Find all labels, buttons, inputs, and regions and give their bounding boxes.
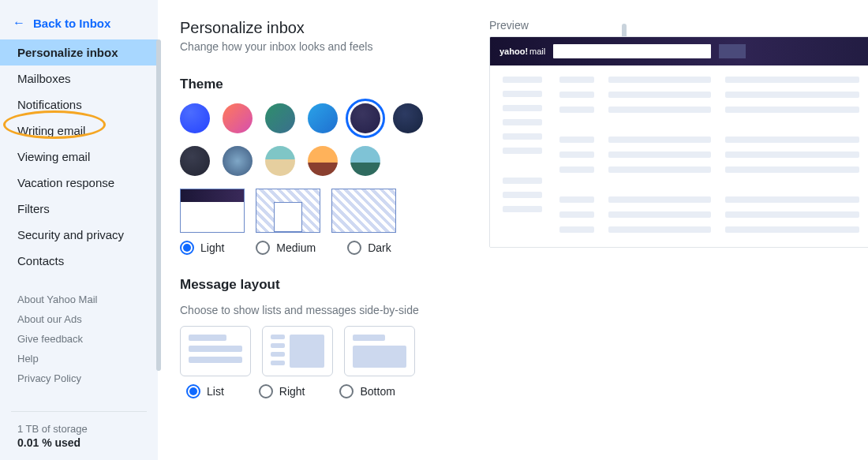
- radio-icon: [186, 384, 200, 398]
- radio-label: Light: [200, 241, 224, 254]
- preview-list-row: [559, 226, 868, 233]
- radio-icon: [259, 384, 273, 398]
- radio-icon: [256, 241, 270, 255]
- footer-link-privacy-policy[interactable]: Privacy Policy: [17, 368, 158, 388]
- sidebar-item-contacts[interactable]: Contacts: [0, 248, 158, 274]
- radio-label: Right: [279, 385, 305, 398]
- settings-column: Personalize inbox Change how your inbox …: [180, 19, 464, 460]
- layout-tile-right[interactable]: [262, 326, 333, 376]
- radio-label: Bottom: [360, 385, 395, 398]
- layout-option-bottom[interactable]: Bottom: [339, 384, 395, 398]
- theme-swatch-beach[interactable]: [265, 146, 295, 176]
- theme-swatch-sky[interactable]: [308, 103, 338, 133]
- preview-column: Preview yahoo!mail: [489, 19, 868, 460]
- footer-link-give-feedback[interactable]: Give feedback: [17, 329, 158, 349]
- radio-label: Medium: [276, 241, 316, 254]
- sidebar-item-personalize-inbox[interactable]: Personalize inbox: [0, 39, 158, 65]
- preview-search-input: [553, 44, 711, 58]
- theme-swatch-sunset[interactable]: [223, 103, 253, 133]
- preview-list-row: [559, 166, 868, 173]
- back-link-label: Back to Inbox: [33, 17, 110, 30]
- theme-swatch-midnight[interactable]: [350, 103, 380, 133]
- theme-swatch-blue[interactable]: [180, 103, 210, 133]
- preview-list-row: [559, 92, 868, 98]
- theme-swatches: [180, 103, 464, 176]
- sidebar-item-writing-email[interactable]: Writing email: [0, 118, 158, 144]
- footer-link-help[interactable]: Help: [17, 349, 158, 368]
- preview-list-row: [559, 211, 868, 218]
- layout-option-list[interactable]: List: [186, 384, 224, 398]
- theme-swatch-navy[interactable]: [393, 103, 423, 133]
- theme-mode-option-light[interactable]: Light: [180, 241, 224, 255]
- page-title: Personalize inbox: [180, 19, 464, 37]
- sidebar-item-viewing-email[interactable]: Viewing email: [0, 144, 158, 170]
- sidebar-item-security-and-privacy[interactable]: Security and privacy: [0, 222, 158, 248]
- back-to-inbox-link[interactable]: ← Back to Inbox: [0, 11, 158, 39]
- layout-tile-list[interactable]: [180, 326, 251, 376]
- preview-header: yahoo!mail: [490, 37, 868, 65]
- theme-swatch-dusk[interactable]: [308, 146, 338, 176]
- page-subtitle: Change how your inbox looks and feels: [180, 40, 464, 53]
- sidebar-item-notifications[interactable]: Notifications: [0, 92, 158, 118]
- yahoo-mail-logo: yahoo!mail: [499, 47, 545, 56]
- footer-link-about-our-ads[interactable]: About our Ads: [17, 309, 158, 329]
- storage-meter: 1 TB of storage 0.01 % used: [11, 411, 147, 449]
- theme-mode-tile-dark[interactable]: [331, 189, 396, 233]
- theme-heading: Theme: [180, 77, 464, 92]
- footer-links: About Yahoo MailAbout our AdsGive feedba…: [0, 290, 158, 388]
- theme-mode-option-medium[interactable]: Medium: [256, 241, 316, 255]
- storage-capacity: 1 TB of storage: [17, 423, 147, 435]
- preview-list: [559, 77, 868, 233]
- sidebar-item-filters[interactable]: Filters: [0, 196, 158, 222]
- layout-subtitle: Choose to show lists and messages side-b…: [180, 304, 464, 316]
- preview-list-row: [559, 137, 868, 143]
- preview-list-row: [559, 151, 868, 158]
- radio-label: Dark: [368, 241, 391, 254]
- preview-body: [490, 65, 868, 247]
- settings-sidebar: ← Back to Inbox Personalize inboxMailbox…: [0, 0, 158, 460]
- radio-icon: [347, 241, 361, 255]
- layout-tile-bottom[interactable]: [344, 326, 415, 376]
- theme-swatch-mountains[interactable]: [223, 146, 253, 176]
- theme-mode-option-dark[interactable]: Dark: [347, 241, 391, 255]
- radio-icon: [180, 241, 194, 255]
- theme-swatch-graphite[interactable]: [180, 146, 210, 176]
- arrow-left-icon: ←: [13, 16, 25, 30]
- preview-list-row: [559, 196, 868, 203]
- preview-search-button: [719, 44, 746, 58]
- sidebar-item-vacation-response[interactable]: Vacation response: [0, 170, 158, 196]
- preview-list-row: [559, 107, 868, 113]
- theme-mode-radios: LightMediumDark: [180, 241, 464, 255]
- storage-used: 0.01 % used: [17, 436, 147, 449]
- theme-mode-tiles: [180, 189, 464, 233]
- preview-box: yahoo!mail: [489, 36, 868, 248]
- sidebar-item-mailboxes[interactable]: Mailboxes: [0, 65, 158, 92]
- theme-swatch-forest[interactable]: [265, 103, 295, 133]
- radio-label: List: [207, 385, 224, 398]
- layout-heading: Message layout: [180, 277, 464, 293]
- layout-tiles: [180, 326, 464, 376]
- theme-mode-tile-light[interactable]: [180, 189, 245, 233]
- theme-mode-tile-medium[interactable]: [256, 189, 320, 233]
- main-panel: Personalize inbox Change how your inbox …: [158, 0, 868, 460]
- preview-sidebar: [503, 77, 542, 233]
- layout-radios: ListRightBottom: [180, 384, 464, 398]
- layout-option-right[interactable]: Right: [259, 384, 305, 398]
- settings-nav: Personalize inboxMailboxesNotificationsW…: [0, 39, 158, 274]
- theme-swatch-lake[interactable]: [350, 146, 380, 176]
- preview-label: Preview: [489, 19, 868, 32]
- preview-list-row: [559, 77, 868, 83]
- footer-link-about-yahoo-mail[interactable]: About Yahoo Mail: [17, 290, 158, 309]
- radio-icon: [339, 384, 354, 398]
